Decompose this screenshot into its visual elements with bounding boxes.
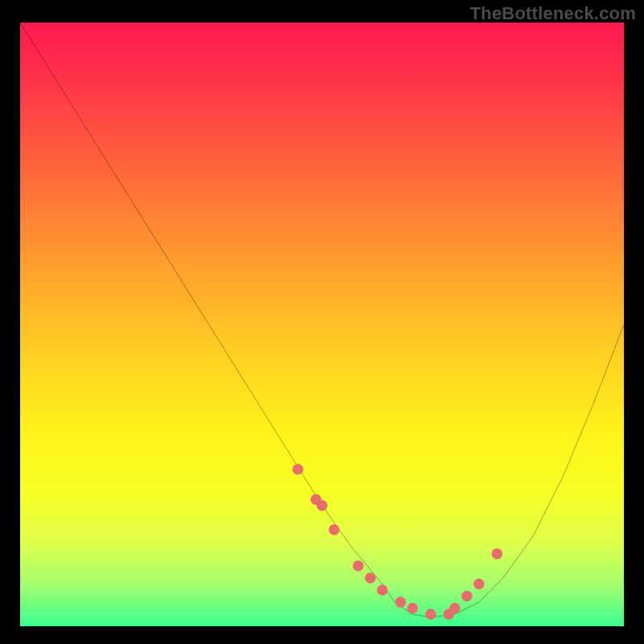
marker-dot bbox=[395, 597, 406, 608]
marker-dots bbox=[292, 464, 502, 620]
marker-dot bbox=[473, 579, 485, 590]
marker-dot bbox=[461, 591, 473, 602]
chart-frame: TheBottleneck.com bbox=[0, 0, 644, 644]
marker-dot bbox=[492, 548, 503, 559]
marker-dot bbox=[292, 464, 303, 475]
marker-dot bbox=[316, 500, 327, 511]
marker-dot bbox=[353, 560, 363, 572]
marker-dot bbox=[328, 524, 339, 535]
chart-svg bbox=[20, 23, 624, 626]
marker-dot bbox=[407, 603, 419, 614]
marker-dot bbox=[449, 603, 460, 614]
marker-dot bbox=[365, 572, 375, 584]
watermark-text: TheBottleneck.com bbox=[470, 3, 636, 24]
curve-group bbox=[20, 23, 624, 617]
marker-dot bbox=[377, 584, 387, 596]
bottleneck-curve bbox=[20, 23, 624, 617]
marker-dot bbox=[425, 609, 436, 620]
plot-area bbox=[20, 23, 624, 626]
